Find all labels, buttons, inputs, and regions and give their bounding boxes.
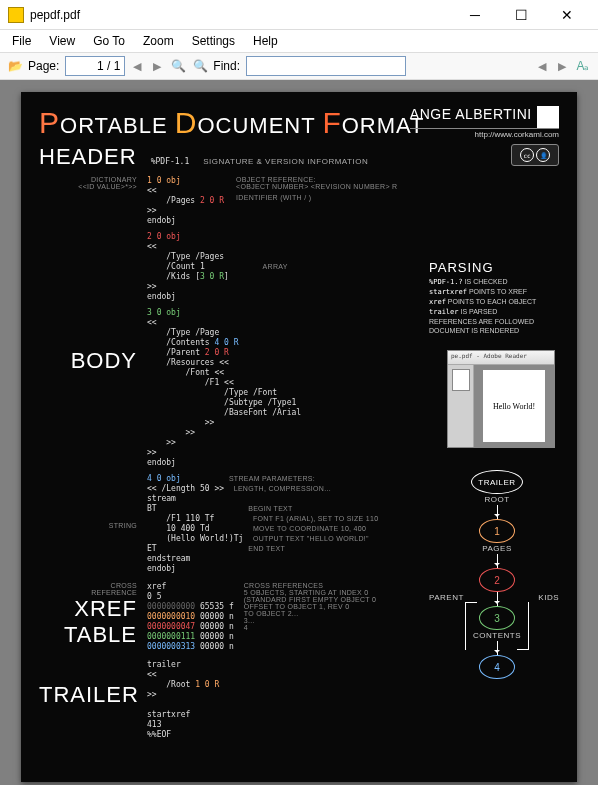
graph-pages-label: PAGES: [447, 544, 547, 553]
graph-kids-label: KIDS: [538, 593, 559, 602]
objref-hint: <OBJECT NUMBER> <REVISION NUMBER> R: [236, 183, 397, 190]
zoom-out-icon[interactable]: 🔍: [169, 57, 187, 75]
trailer-code: trailer << /Root 1 0 R >> startxref 413 …: [147, 660, 219, 740]
find-input[interactable]: [246, 56, 406, 76]
menu-zoom[interactable]: Zoom: [135, 32, 182, 50]
objref-label: OBJECT REFERENCE:: [236, 176, 397, 183]
section-trailer: TRAILER: [39, 682, 137, 708]
graph-node-3: 3: [479, 606, 515, 630]
identifier-label: IDENTIFIER (WITH / ): [236, 194, 397, 201]
section-header: HEADER: [39, 144, 137, 170]
find-prev-button[interactable]: ◀: [534, 58, 550, 74]
flow-graph: TRAILER ROOT 1 PAGES 2 PARENT KIDS 3 CON…: [447, 470, 547, 679]
header-signature: %PDF-1.1: [151, 157, 190, 167]
toolbar: 📂 Page: ◀ ▶ 🔍 🔍 Find: ◀ ▶ Aₐ: [0, 52, 598, 80]
obj1-code: 1 0 obj << /Pages 2 0 R >> endobj: [147, 176, 224, 226]
app-icon: [8, 7, 24, 23]
zoom-in-icon[interactable]: 🔍: [191, 57, 209, 75]
open-icon[interactable]: 📂: [6, 57, 24, 75]
match-case-icon[interactable]: Aₐ: [574, 57, 592, 75]
window-title: pepdf.pdf: [30, 8, 452, 22]
pdf-page: PORTABLE DOCUMENT FORMAT ANGE ALBERTINI …: [21, 92, 577, 782]
prev-page-button[interactable]: ◀: [129, 58, 145, 74]
author-avatar-icon: [537, 106, 559, 128]
cc-badge: cc 👤: [511, 144, 559, 166]
titlebar: pepdf.pdf ─ ☐ ✕: [0, 0, 598, 30]
preview-window: pe.pdf - Adobe Reader Hello World!: [447, 350, 555, 448]
page-input[interactable]: [65, 56, 125, 76]
graph-parent-label: PARENT: [429, 593, 464, 602]
author-name: ANGE ALBERTINI: [410, 106, 532, 122]
graph-root-label: ROOT: [447, 495, 547, 504]
graph-trailer: TRAILER: [471, 470, 523, 494]
parsing-text: %PDF-1.? IS CHECKED startxref POINTS TO …: [429, 277, 559, 336]
preview-titlebar: pe.pdf - Adobe Reader: [448, 351, 554, 365]
menu-help[interactable]: Help: [245, 32, 286, 50]
author-box: ANGE ALBERTINI http://www.corkami.com: [410, 106, 559, 139]
preview-content: Hello World!: [483, 370, 545, 442]
section-xref-table: TABLE: [39, 622, 137, 648]
menubar: File View Go To Zoom Settings Help: [0, 30, 598, 52]
cc-icon: cc: [520, 148, 534, 162]
string-label: STRING: [39, 522, 137, 529]
section-body: BODY: [39, 348, 137, 374]
document-viewport[interactable]: PORTABLE DOCUMENT FORMAT ANGE ALBERTINI …: [0, 80, 598, 785]
menu-settings[interactable]: Settings: [184, 32, 243, 50]
graph-node-4: 4: [479, 655, 515, 679]
header-subtitle: SIGNATURE & VERSION INFORMATION: [203, 157, 368, 166]
xref-sub: CROSS REFERENCE: [39, 582, 137, 596]
dictionary-hint: <<ID VALUE>*>>: [39, 183, 137, 190]
xref-code: xref 0 5 0000000000 65535 f 0000000010 0…: [147, 582, 234, 652]
find-label: Find:: [213, 59, 240, 73]
section-xref: XREF: [39, 596, 137, 622]
menu-view[interactable]: View: [41, 32, 83, 50]
menu-file[interactable]: File: [4, 32, 39, 50]
by-icon: 👤: [536, 148, 550, 162]
parsing-box: PARSING %PDF-1.? IS CHECKED startxref PO…: [429, 260, 559, 336]
author-url: http://www.corkami.com: [410, 128, 559, 139]
page-label: Page:: [28, 59, 59, 73]
obj3-code: 3 0 obj << /Type /Page /Contents 4 0 R /…: [147, 308, 301, 468]
parsing-title: PARSING: [429, 260, 559, 275]
obj2-code: 2 0 obj << /Type /Pages /Count 1 ARRAY /…: [147, 232, 288, 302]
maximize-button[interactable]: ☐: [498, 0, 544, 30]
graph-contents-label: CONTENTS: [447, 631, 547, 640]
preview-sidebar: [448, 365, 474, 447]
graph-node-2: 2: [479, 568, 515, 592]
dictionary-label: DICTIONARY: [39, 176, 137, 183]
minimize-button[interactable]: ─: [452, 0, 498, 30]
menu-goto[interactable]: Go To: [85, 32, 133, 50]
graph-node-1: 1: [479, 519, 515, 543]
close-button[interactable]: ✕: [544, 0, 590, 30]
obj4-code: 4 0 obj STREAM PARAMETERS: << /Length 50…: [147, 474, 378, 574]
find-next-button[interactable]: ▶: [554, 58, 570, 74]
xref-explain: CROSS REFERENCES 5 OBJECTS, STARTING AT …: [244, 582, 377, 631]
next-page-button[interactable]: ▶: [149, 58, 165, 74]
